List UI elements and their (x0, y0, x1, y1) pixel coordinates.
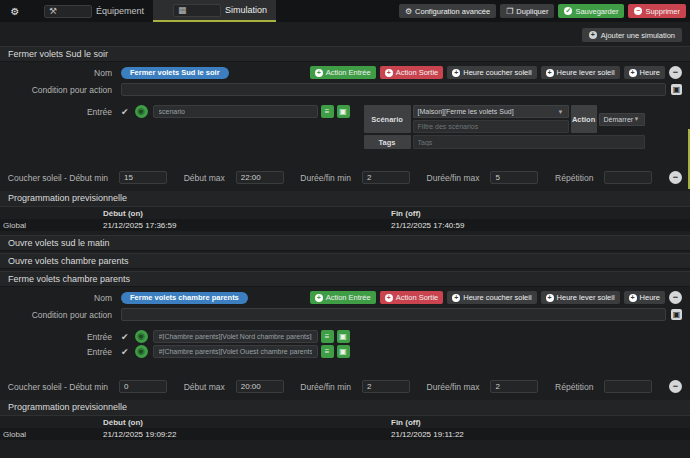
duree-min-label: Durée/fin min (300, 382, 351, 392)
prog-global-row: Global 21/12/2025 17:36:59 21/12/2025 17… (0, 219, 690, 231)
duree-min-input[interactable] (362, 380, 410, 393)
button-label: Configuration avancée (415, 7, 490, 16)
list-select-icon[interactable]: ≡ (321, 330, 334, 343)
button-label: Action Sortie (396, 293, 439, 302)
simulation-name-field[interactable]: Fermer volets Sud le soir (121, 67, 229, 79)
debut-min-input[interactable] (119, 380, 167, 393)
delete-button[interactable]: − Supprimer (628, 4, 686, 18)
expand-editor-icon[interactable]: ▣ (671, 309, 682, 320)
save-button[interactable]: ✓ Sauvegarder (558, 4, 624, 18)
tags-input[interactable] (413, 135, 645, 149)
add-action-entree-button[interactable]: + Action Entrée (310, 291, 376, 304)
duree-max-input[interactable] (490, 171, 538, 184)
button-label: Supprimer (645, 7, 680, 16)
condition-label: Condition pour action (0, 85, 112, 95)
tab-equipement[interactable]: ⚒ Équipement (24, 0, 153, 22)
topbar-actions: ⚙ Configuration avancée ❐ Dupliquer ✓ Sa… (399, 0, 690, 22)
repetition-label: Répétition (555, 382, 593, 392)
simulation-name-field[interactable]: Ferme volets chambre parents (121, 292, 248, 304)
nom-row-actions: + Action Entrée + Action Sortie + Heure … (310, 66, 682, 79)
duree-max-label: Durée/fin max (427, 382, 480, 392)
tools-icon: ⚒ (44, 5, 92, 18)
condition-input[interactable] (121, 308, 666, 321)
entry-row: Entrée ✔ ◉ ≡ ▣ (0, 105, 350, 118)
add-heure-coucher-soleil-button[interactable]: + Heure coucher soleil (447, 66, 536, 79)
button-label: Action Sortie (396, 68, 439, 77)
condition-input[interactable] (121, 83, 666, 96)
entries-list: Entrée ✔ ◉ ≡ ▣ (0, 105, 350, 118)
entree-label: Entrée (0, 107, 112, 117)
section-header-fermer-volets-sud[interactable]: Fermer volets Sud le soir (0, 46, 690, 62)
button-label: Dupliquer (516, 7, 548, 16)
section-header-ouvre-volets-sud[interactable]: Ouvre volets sud le matin (0, 235, 690, 251)
prog-col-debut: Début (on) (103, 418, 391, 427)
prog-col-fin: Fin (off) (391, 209, 690, 218)
screen-select-icon[interactable]: ▣ (337, 105, 350, 118)
condition-label: Condition pour action (0, 310, 112, 320)
section-header-ferme-volets-chambre[interactable]: Ferme volets chambre parents (0, 271, 690, 287)
scenario-filter-input[interactable] (413, 120, 569, 133)
screen-select-icon[interactable]: ▣ (337, 345, 350, 358)
advanced-config-button[interactable]: ⚙ Configuration avancée (399, 4, 496, 18)
plus-circle-icon: + (385, 69, 393, 77)
debut-max-input[interactable] (236, 171, 284, 184)
list-select-icon[interactable]: ≡ (321, 105, 334, 118)
settings-gear-icon[interactable]: ⚙ (6, 0, 24, 22)
section-header-ouvre-volets-chambre[interactable]: Ouvre volets chambre parents (0, 253, 690, 269)
scenario-panel: Scénario [Maison][Ferme les volets Sud] … (364, 105, 645, 149)
entry-area: Entrée ✔ ◉ ≡ ▣ Scénario [Maison][Ferme l… (0, 105, 690, 149)
check-circle-icon: ✓ (564, 7, 572, 15)
remove-simulation-button[interactable]: − (669, 291, 682, 304)
tab-label: Équipement (96, 6, 144, 16)
add-action-sortie-button[interactable]: + Action Sortie (380, 66, 444, 79)
target-icon[interactable]: ◉ (135, 105, 148, 118)
prog-header-row: Début (on) Fin (off) (0, 207, 690, 219)
duree-min-input[interactable] (362, 171, 410, 184)
target-icon[interactable]: ◉ (135, 330, 148, 343)
add-heure-lever-soleil-button[interactable]: + Heure lever soleil (541, 66, 620, 79)
topbar: ⚙ ⚒ Équipement ▦ Simulation ⚙ Configurat… (0, 0, 690, 22)
nom-row: Nom Fermer volets Sud le soir + Action E… (0, 66, 682, 79)
add-action-entree-button[interactable]: + Action Entrée (310, 66, 376, 79)
target-icon[interactable]: ◉ (135, 345, 148, 358)
add-simulation-button[interactable]: + Ajouter une simulation (582, 28, 682, 42)
add-heure-coucher-soleil-button[interactable]: + Heure coucher soleil (447, 291, 536, 304)
debut-min-input[interactable] (119, 171, 167, 184)
entry-command-input[interactable] (153, 330, 318, 343)
duree-max-input[interactable] (490, 380, 538, 393)
scenario-panel-label: Scénario (364, 105, 411, 133)
action-select[interactable]: Démarrer ▼ (599, 113, 645, 126)
button-label: Heure lever soleil (557, 293, 615, 302)
prog-debut-value: 21/12/2025 19:09:22 (103, 430, 391, 439)
add-heure-lever-soleil-button[interactable]: + Heure lever soleil (541, 291, 620, 304)
entry-command-input[interactable] (153, 345, 318, 358)
button-label: Action Entrée (326, 68, 371, 77)
condition-row: Condition pour action ▣ (0, 83, 682, 96)
tags-panel-label: Tags (364, 135, 411, 149)
add-heure-button[interactable]: + Heure (624, 66, 665, 79)
remove-timing-button[interactable]: − (669, 171, 682, 184)
prog-title: Programmation previsionnelle (0, 400, 690, 416)
entry-command-input[interactable] (153, 105, 318, 118)
entree-label: Entrée (0, 347, 112, 357)
button-label: Heure (640, 68, 660, 77)
remove-simulation-button[interactable]: − (669, 66, 682, 79)
scenario-select[interactable]: [Maison][Ferme les volets Sud] ▼ (413, 105, 569, 118)
list-select-icon[interactable]: ≡ (321, 345, 334, 358)
tab-simulation[interactable]: ▦ Simulation (153, 0, 276, 22)
add-action-sortie-button[interactable]: + Action Sortie (380, 291, 444, 304)
duplicate-button[interactable]: ❐ Dupliquer (500, 4, 554, 18)
repetition-input[interactable] (604, 171, 652, 184)
screen-select-icon[interactable]: ▣ (337, 330, 350, 343)
expand-editor-icon[interactable]: ▣ (671, 84, 682, 95)
add-heure-button[interactable]: + Heure (624, 291, 665, 304)
add-simulation-row: + Ajouter une simulation (0, 22, 690, 46)
simulation-section-2: Ferme volets chambre parents Nom Ferme v… (0, 271, 690, 440)
prog-title: Programmation previsionnelle (0, 191, 690, 207)
debut-max-input[interactable] (236, 380, 284, 393)
repetition-input[interactable] (604, 380, 652, 393)
entries-list: Entrée ✔ ◉ ≡ ▣ Entrée ✔ ◉ ≡ ▣ (0, 330, 350, 358)
remove-timing-button[interactable]: − (669, 380, 682, 393)
prog-col-fin: Fin (off) (391, 418, 690, 427)
debut-max-label: Début max (184, 382, 225, 392)
